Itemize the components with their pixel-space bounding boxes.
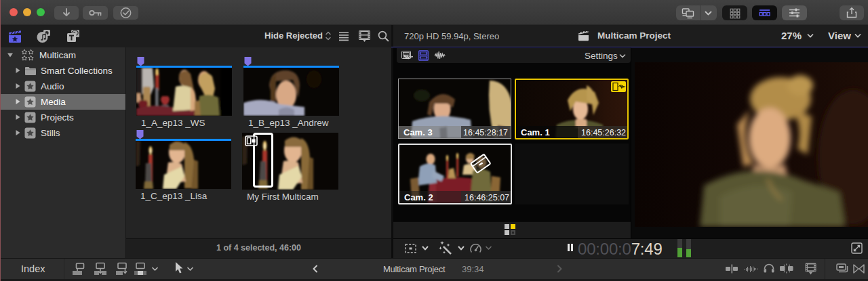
svg-text:Cam. 2: Cam. 2 (404, 192, 433, 202)
svg-text:Cam. 1: Cam. 1 (521, 127, 550, 137)
svg-text:Cam. 3: Cam. 3 (403, 127, 433, 137)
svg-text:16:46:25:07: 16:46:25:07 (465, 193, 509, 202)
svg-text:16:45:28:17: 16:45:28:17 (463, 128, 508, 137)
svg-text:16:45:26:32: 16:45:26:32 (581, 128, 626, 137)
